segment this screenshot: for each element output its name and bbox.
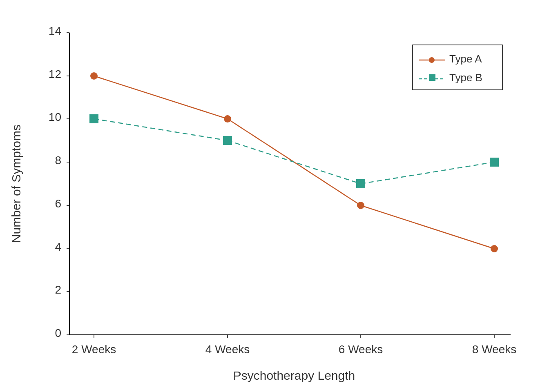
type-a-point-2 [224, 115, 231, 122]
x-label-2w: 2 Weeks [72, 343, 116, 356]
x-axis-label: Psychotherapy Length [233, 369, 355, 382]
y-label-0: 0 [55, 327, 61, 339]
type-a-point-1 [90, 72, 98, 80]
type-b-point-4 [490, 158, 499, 167]
y-label-8: 8 [55, 154, 61, 167]
legend-type-a-label: Type A [449, 53, 482, 65]
x-label-4w: 4 Weeks [205, 343, 250, 356]
x-label-8w: 8 Weeks [472, 343, 516, 356]
legend-type-b-marker [429, 74, 435, 81]
line-chart: 0 2 4 6 8 10 12 14 2 Weeks 4 Weeks [0, 0, 549, 392]
y-label-10: 10 [49, 111, 61, 123]
x-label-6w: 6 Weeks [339, 343, 383, 356]
y-label-6: 6 [55, 197, 61, 210]
type-b-point-2 [223, 136, 232, 145]
y-axis-label: Number of Symptoms [9, 125, 23, 243]
legend-type-a-marker [429, 57, 435, 63]
type-a-point-4 [491, 245, 498, 252]
y-label-4: 4 [55, 241, 61, 253]
legend-type-b-label: Type B [449, 71, 482, 84]
y-label-14: 14 [49, 24, 61, 37]
type-b-point-1 [89, 114, 98, 123]
type-a-point-3 [357, 202, 364, 209]
y-label-2: 2 [55, 283, 61, 296]
chart-container: 0 2 4 6 8 10 12 14 2 Weeks 4 Weeks [0, 0, 549, 392]
type-b-point-3 [356, 179, 365, 188]
y-label-12: 12 [49, 68, 61, 80]
